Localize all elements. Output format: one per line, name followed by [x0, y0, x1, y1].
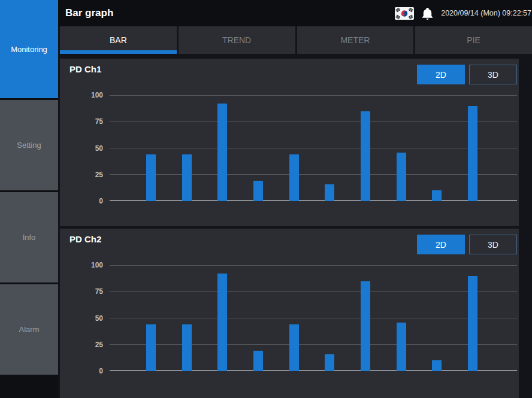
tab-pie[interactable]: PIE: [415, 26, 532, 54]
bar: [397, 153, 406, 201]
x-axis-line: [110, 200, 517, 201]
bar: [289, 154, 299, 201]
bar: [432, 360, 442, 371]
view-2d-button[interactable]: 2D: [417, 235, 465, 254]
page-title: Bar graph: [65, 7, 395, 19]
sidebar-item-monitoring[interactable]: Monitoring: [0, 0, 58, 98]
bar-chart-pd-ch1: 0255075100: [110, 95, 517, 201]
y-axis-tick-label: 0: [79, 197, 103, 205]
sidebar-item-setting[interactable]: Setting: [0, 100, 58, 190]
gridline: [110, 121, 517, 122]
gridline: [110, 148, 517, 148]
bar: [253, 351, 263, 371]
bar: [217, 274, 227, 371]
sidebar-item-info[interactable]: Info: [0, 192, 58, 282]
gridline: [110, 291, 517, 292]
gridline: [110, 174, 517, 175]
header-right-cluster: 2020/09/14 (Mon) 09:22:57: [395, 6, 532, 21]
tab-label: TREND: [222, 35, 251, 45]
tab-bar: BAR TREND METER PIE: [60, 26, 532, 54]
bar: [146, 154, 156, 201]
gridline: [110, 344, 517, 345]
y-axis-tick-label: 100: [79, 91, 103, 99]
tab-meter[interactable]: METER: [297, 26, 414, 54]
korea-flag-icon: [395, 7, 414, 20]
x-axis-line: [110, 370, 517, 371]
sidebar-item-label: Setting: [17, 141, 41, 150]
sidebar-item-alarm[interactable]: Alarm: [0, 284, 58, 375]
bar: [182, 154, 192, 201]
y-axis-tick-label: 50: [79, 144, 103, 153]
y-axis-tick-label: 75: [79, 287, 103, 296]
y-axis-tick-label: 100: [79, 261, 103, 269]
sidebar-item-label: Info: [23, 233, 36, 242]
active-tab-underline: [179, 50, 295, 54]
panel-title: PD Ch2: [69, 234, 101, 244]
bar: [325, 184, 334, 201]
header-bar: Bar graph: [58, 0, 532, 26]
bar: [432, 190, 442, 201]
bar: [361, 281, 370, 371]
bar: [217, 104, 227, 201]
gridline: [110, 95, 517, 96]
tab-label: PIE: [467, 35, 480, 45]
bar: [397, 323, 406, 371]
sidebar-item-label: Alarm: [19, 325, 40, 334]
panel-title: PD Ch1: [69, 64, 101, 74]
y-axis-tick-label: 25: [79, 341, 103, 349]
y-axis-tick-label: 75: [79, 117, 103, 126]
gridline: [110, 265, 517, 266]
bar: [253, 181, 263, 201]
bar: [325, 354, 334, 371]
pd-ch2-panel: PD Ch2 2D 3D 0255075100: [60, 229, 519, 398]
bell-icon[interactable]: [421, 6, 434, 21]
y-axis-tick-label: 25: [79, 171, 103, 179]
bar-chart-pd-ch2: 0255075100: [110, 265, 517, 371]
view-3d-button[interactable]: 3D: [469, 65, 517, 84]
datetime-display: 2020/09/14 (Mon) 09:22:57: [441, 9, 531, 17]
sidebar-item-label: Monitoring: [11, 45, 47, 54]
y-axis-tick-label: 50: [79, 314, 103, 323]
pd-ch1-panel: PD Ch1 2D 3D 0255075100: [60, 59, 519, 226]
view-3d-button[interactable]: 3D: [469, 235, 517, 254]
bar: [468, 276, 477, 371]
tab-label: METER: [340, 35, 370, 45]
tab-label: BAR: [110, 35, 127, 45]
bar: [182, 324, 192, 371]
y-axis-tick-label: 0: [79, 367, 103, 375]
active-tab-underline: [60, 50, 177, 54]
bar: [146, 324, 156, 371]
active-tab-underline: [297, 50, 414, 54]
bar: [361, 111, 370, 201]
active-tab-underline: [415, 50, 532, 54]
tab-bar-graph[interactable]: BAR: [60, 26, 177, 54]
bar: [289, 324, 299, 371]
sidebar: Monitoring Setting Info Alarm: [0, 0, 58, 398]
bar: [468, 106, 477, 201]
gridline: [110, 318, 517, 318]
view-2d-button[interactable]: 2D: [417, 65, 465, 84]
tab-trend[interactable]: TREND: [179, 26, 295, 54]
